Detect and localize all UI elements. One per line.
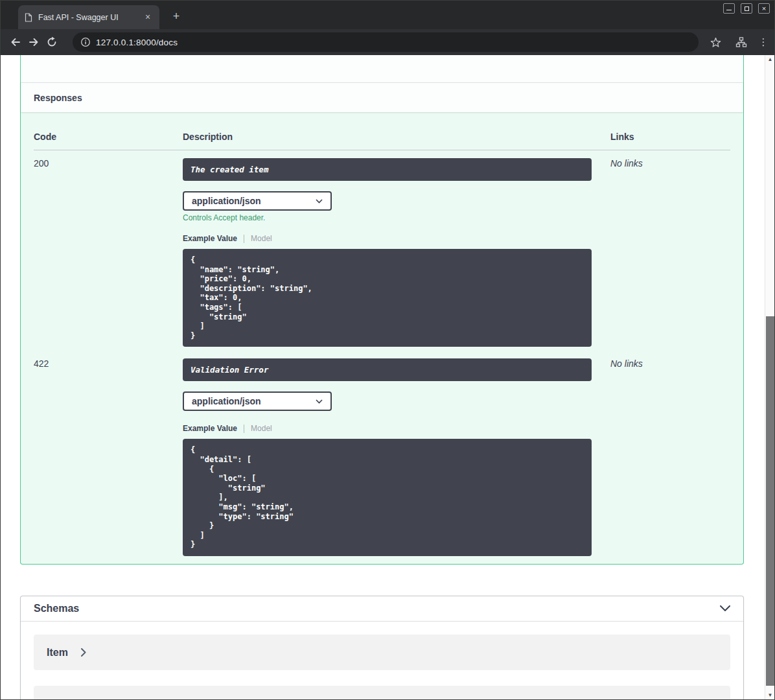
minimize-button[interactable] <box>723 3 735 14</box>
media-type-value: application/json <box>192 196 261 206</box>
tab-title: Fast API - Swagger UI <box>38 13 143 22</box>
responses-table: Code Description Links 200 The created i… <box>21 112 743 564</box>
response-description-text: The created item <box>191 165 268 174</box>
forward-button[interactable] <box>25 33 43 51</box>
back-button[interactable] <box>6 33 25 51</box>
tab-divider <box>244 425 244 433</box>
response-links: No links <box>610 150 730 347</box>
response-description: Validation Error <box>183 358 592 381</box>
column-header-code: Code <box>34 132 183 142</box>
maximize-button[interactable] <box>741 3 752 14</box>
tab-strip: Fast API - Swagger UI × + × <box>0 0 775 29</box>
media-type-select[interactable]: application/json <box>183 391 332 411</box>
tab-close-icon[interactable]: × <box>143 12 153 23</box>
accept-header-note: Controls Accept header. <box>183 213 592 222</box>
response-description-text: Validation Error <box>191 365 268 375</box>
close-button[interactable]: × <box>758 3 770 14</box>
chevron-down-icon[interactable] <box>720 605 730 612</box>
column-header-links: Links <box>610 132 730 142</box>
schemas-title: Schemas <box>34 603 79 614</box>
swagger-content: Responses Code Description Links 200 The… <box>20 55 744 700</box>
tab-example-value[interactable]: Example Value <box>183 424 237 433</box>
chevron-down-icon <box>316 399 323 404</box>
back-icon <box>10 36 21 48</box>
responses-title: Responses <box>34 93 82 103</box>
docs-page: Responses Code Description Links 200 The… <box>0 55 775 700</box>
responses-table-head: Code Description Links <box>34 112 730 150</box>
maximize-icon <box>745 6 749 11</box>
window-controls: × <box>723 3 770 14</box>
new-tab-button[interactable]: + <box>168 9 184 25</box>
close-icon: × <box>762 5 766 12</box>
tab-divider <box>244 235 244 243</box>
example-tabs: Example Value Model <box>183 424 592 433</box>
bookmark-button[interactable] <box>706 33 724 51</box>
scrollbar-thumb[interactable] <box>766 316 775 686</box>
schemas-header[interactable]: Schemas <box>21 596 743 622</box>
example-tabs: Example Value Model <box>183 234 592 243</box>
minimize-icon <box>726 10 732 10</box>
chevron-down-icon <box>316 199 323 204</box>
responses-header: Responses <box>21 82 743 112</box>
scroll-down-icon[interactable]: ▼ <box>765 691 775 700</box>
tab-model[interactable]: Model <box>251 234 272 243</box>
model-item[interactable]: ValidationError <box>34 686 730 700</box>
model-item[interactable]: Item <box>34 635 730 670</box>
bookmark-star-icon <box>710 37 721 48</box>
page-scrollbar[interactable]: ▲ ▼ <box>765 55 775 700</box>
response-description: The created item <box>183 158 592 181</box>
chevron-right-icon <box>81 648 86 657</box>
document-icon <box>25 13 32 22</box>
response-code: 422 <box>34 351 183 556</box>
response-description-cell: The created item application/json Contro… <box>183 150 592 347</box>
reload-button[interactable] <box>43 33 61 51</box>
tab-model[interactable]: Model <box>251 424 272 433</box>
panel-button[interactable] <box>732 33 750 51</box>
response-row-200: 200 The created item application/json Co… <box>34 150 730 347</box>
response-description-cell: Validation Error application/json Exampl… <box>183 351 592 556</box>
example-code-block: { "name": "string", "price": 0, "descrip… <box>183 249 592 347</box>
reload-icon <box>46 36 58 48</box>
toolbar-right: ⋮ <box>706 33 771 51</box>
model-name: ValidationError <box>47 697 121 700</box>
sitemap-icon <box>735 36 747 48</box>
browser-chrome: Fast API - Swagger UI × + × <box>0 0 775 55</box>
media-type-value: application/json <box>192 396 261 406</box>
browser-toolbar: 127.0.0.1:8000/docs ⋮ <box>0 29 775 55</box>
responses-section: Responses Code Description Links 200 The… <box>20 55 744 565</box>
schemas-section: Schemas Item ValidationError <box>20 596 744 700</box>
response-row-422: 422 Validation Error application/json <box>34 351 730 556</box>
site-info-icon[interactable] <box>80 37 91 47</box>
url-text: 127.0.0.1:8000/docs <box>96 38 178 47</box>
browser-menu-button[interactable]: ⋮ <box>756 36 771 48</box>
example-code-block: { "detail": [ { "loc": [ "string" ], "ms… <box>183 439 592 556</box>
column-header-description: Description <box>183 132 592 142</box>
forward-icon <box>28 36 40 48</box>
media-type-select[interactable]: application/json <box>183 191 332 211</box>
response-links: No links <box>610 351 730 556</box>
browser-tab[interactable]: Fast API - Swagger UI × <box>18 5 159 29</box>
scroll-up-icon[interactable]: ▲ <box>765 55 775 64</box>
url-input[interactable]: 127.0.0.1:8000/docs <box>73 32 699 52</box>
model-name: Item <box>47 646 68 659</box>
schemas-body: Item ValidationError <box>21 622 743 700</box>
tab-example-value[interactable]: Example Value <box>183 234 237 243</box>
opblock-spacer <box>21 55 743 82</box>
response-code: 200 <box>34 150 183 347</box>
